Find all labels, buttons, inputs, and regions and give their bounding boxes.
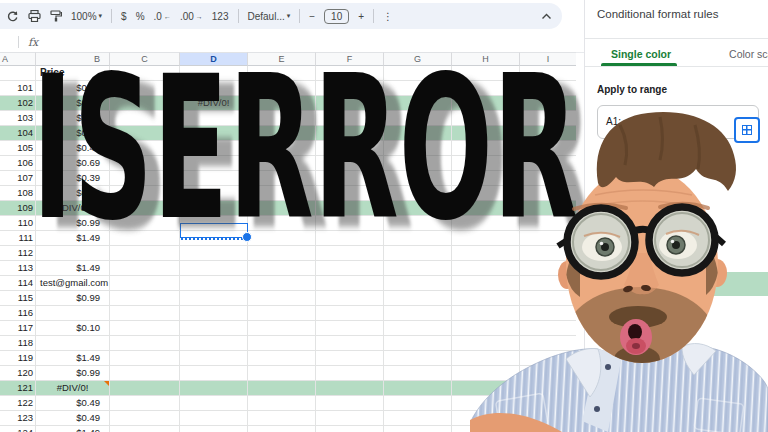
- cell[interactable]: [384, 216, 452, 231]
- cell[interactable]: [316, 411, 384, 426]
- cell[interactable]: [384, 336, 452, 351]
- cell[interactable]: [248, 381, 316, 396]
- cell[interactable]: [110, 216, 180, 231]
- cell[interactable]: [180, 306, 248, 321]
- cell[interactable]: [248, 366, 316, 381]
- cell[interactable]: [248, 81, 316, 96]
- column-header-D[interactable]: D: [180, 52, 248, 66]
- cell-price[interactable]: $0.49: [36, 186, 110, 201]
- paint-format-icon[interactable]: [50, 10, 62, 22]
- cell[interactable]: [316, 171, 384, 186]
- cell[interactable]: [180, 411, 248, 426]
- column-header-F[interactable]: F: [316, 52, 384, 66]
- cell[interactable]: [316, 396, 384, 411]
- cell-id[interactable]: 106: [0, 156, 36, 171]
- cell[interactable]: [316, 126, 384, 141]
- cell[interactable]: [384, 81, 452, 96]
- cell[interactable]: [316, 231, 384, 246]
- format-percent-button[interactable]: %: [136, 11, 145, 22]
- column-header-I[interactable]: I: [520, 52, 576, 66]
- cell[interactable]: [180, 396, 248, 411]
- cell-price[interactable]: $0.39: [36, 171, 110, 186]
- cell[interactable]: [384, 396, 452, 411]
- column-header-B[interactable]: B: [36, 52, 110, 66]
- cell[interactable]: [110, 291, 180, 306]
- cell-price[interactable]: $0.99: [36, 366, 110, 381]
- cell[interactable]: [110, 336, 180, 351]
- cell[interactable]: [0, 66, 36, 81]
- cell[interactable]: [248, 246, 316, 261]
- cell-price[interactable]: $1.49: [36, 351, 110, 366]
- cell[interactable]: [180, 321, 248, 336]
- cell[interactable]: [248, 141, 316, 156]
- cell-id[interactable]: 122: [0, 396, 36, 411]
- cell[interactable]: [316, 216, 384, 231]
- cell[interactable]: [384, 156, 452, 171]
- tab-color-scale[interactable]: Color scale: [729, 44, 768, 66]
- number-format-button[interactable]: 123: [212, 11, 229, 22]
- cell-price[interactable]: $0.49: [36, 396, 110, 411]
- cell[interactable]: [248, 426, 316, 432]
- cell[interactable]: [384, 186, 452, 201]
- cell[interactable]: [110, 366, 180, 381]
- cell-id[interactable]: 113: [0, 261, 36, 276]
- selection-box[interactable]: [180, 223, 248, 238]
- cell[interactable]: [248, 261, 316, 276]
- cell[interactable]: [384, 306, 452, 321]
- cell[interactable]: [180, 291, 248, 306]
- cell[interactable]: [316, 246, 384, 261]
- cell[interactable]: [180, 66, 248, 81]
- print-icon[interactable]: [28, 10, 41, 22]
- cell[interactable]: [384, 276, 452, 291]
- column-header-E[interactable]: E: [248, 52, 316, 66]
- cell[interactable]: [110, 156, 180, 171]
- cell[interactable]: [316, 261, 384, 276]
- cell[interactable]: [180, 381, 248, 396]
- cell[interactable]: [316, 81, 384, 96]
- cell[interactable]: [110, 111, 180, 126]
- cell[interactable]: [384, 351, 452, 366]
- cell[interactable]: [316, 426, 384, 432]
- cell[interactable]: [180, 171, 248, 186]
- cell-price[interactable]: [36, 246, 110, 261]
- collapse-toolbar-button[interactable]: [541, 13, 552, 20]
- column-header-H[interactable]: H: [452, 52, 520, 66]
- cell[interactable]: [110, 186, 180, 201]
- cell[interactable]: [316, 111, 384, 126]
- cell[interactable]: [248, 321, 316, 336]
- cell[interactable]: [180, 126, 248, 141]
- cell-id[interactable]: 104: [0, 126, 36, 141]
- increase-decimal-button[interactable]: .00→: [180, 11, 203, 22]
- cell[interactable]: [110, 201, 180, 216]
- cell-price[interactable]: [36, 336, 110, 351]
- cell-price[interactable]: $0.49: [36, 141, 110, 156]
- cell[interactable]: [248, 351, 316, 366]
- cell[interactable]: [248, 171, 316, 186]
- formula-bar[interactable]: fx: [0, 32, 584, 53]
- cell[interactable]: [248, 291, 316, 306]
- cell-price[interactable]: $1.49: [36, 261, 110, 276]
- cell[interactable]: #DIV/0!: [180, 96, 248, 111]
- cell-price[interactable]: $0.49: [36, 411, 110, 426]
- cell[interactable]: [110, 396, 180, 411]
- cell[interactable]: [520, 66, 576, 81]
- cell[interactable]: [110, 426, 180, 432]
- cell-price[interactable]: $0.99: [36, 216, 110, 231]
- cell-price[interactable]: test@gmail.com: [36, 276, 110, 291]
- column-header-A[interactable]: A: [0, 52, 36, 66]
- cell[interactable]: [248, 156, 316, 171]
- cell[interactable]: [180, 246, 248, 261]
- cell-id[interactable]: 103: [0, 111, 36, 126]
- cell-price[interactable]: $0.99: [36, 291, 110, 306]
- cell[interactable]: [248, 111, 316, 126]
- cell[interactable]: [384, 321, 452, 336]
- cell[interactable]: [384, 201, 452, 216]
- cell[interactable]: [384, 411, 452, 426]
- cell[interactable]: [110, 261, 180, 276]
- cell[interactable]: [248, 231, 316, 246]
- cell[interactable]: [384, 66, 452, 81]
- cell[interactable]: [384, 141, 452, 156]
- cell[interactable]: [384, 231, 452, 246]
- cell-id[interactable]: 111: [0, 231, 36, 246]
- decrease-decimal-button[interactable]: .0←: [154, 11, 171, 22]
